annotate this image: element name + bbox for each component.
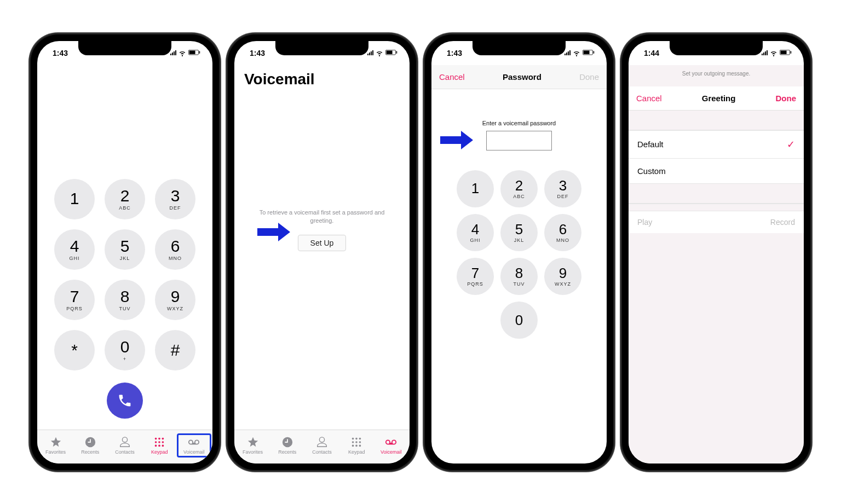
- svg-rect-2: [199, 51, 200, 54]
- svg-point-20: [359, 441, 361, 443]
- svg-point-6: [155, 441, 157, 443]
- nav-title: Greeting: [702, 94, 736, 103]
- wifi-icon: [376, 49, 383, 57]
- cancel-button[interactable]: Cancel: [636, 94, 662, 103]
- key-7[interactable]: 7PQRS: [54, 280, 95, 320]
- notch: [78, 41, 171, 55]
- key-0[interactable]: 0+: [105, 330, 145, 370]
- key-3[interactable]: 3DEF: [155, 179, 195, 219]
- svg-point-10: [158, 445, 160, 447]
- svg-point-8: [162, 441, 164, 443]
- phone-frame-1: 1:43 1 2ABC 3DEF 4GHI 5JKL 6MNO 7PQRS 8T…: [30, 33, 220, 471]
- key-8[interactable]: 8TUV: [105, 280, 145, 320]
- svg-rect-14: [396, 51, 398, 54]
- key-5[interactable]: 5JKL: [105, 229, 145, 270]
- tab-voicemail[interactable]: Voicemail: [177, 433, 211, 457]
- dial-keypad: 1 2ABC 3DEF 4GHI 5JKL 6MNO 7PQRS 8TUV 9W…: [54, 179, 195, 370]
- tab-contacts[interactable]: Contacts: [304, 436, 339, 455]
- key-4[interactable]: 4GHI: [457, 214, 494, 251]
- status-time: 1:43: [447, 49, 462, 57]
- tab-contacts[interactable]: Contacts: [107, 436, 142, 455]
- signal-icon: [170, 50, 176, 55]
- signal-icon: [564, 50, 571, 55]
- keypad-icon: [153, 436, 165, 448]
- keypad-icon: [350, 436, 362, 448]
- svg-point-11: [162, 445, 164, 447]
- nav-bar: Cancel Greeting Done: [629, 86, 804, 111]
- tab-bar: Favorites Recents Contacts Keypad Voicem…: [234, 430, 410, 464]
- status-indicators: [367, 49, 398, 57]
- key-0[interactable]: 0: [500, 302, 538, 339]
- key-9[interactable]: 9WXYZ: [155, 280, 195, 320]
- key-6[interactable]: 6MNO: [544, 214, 581, 251]
- key-2[interactable]: 2ABC: [105, 179, 145, 219]
- notch: [473, 41, 566, 55]
- svg-rect-26: [594, 51, 595, 54]
- record-button-disabled: Record: [770, 218, 795, 227]
- outgoing-message-label: Set your outgoing message.: [629, 71, 804, 77]
- key-1[interactable]: 1: [54, 179, 95, 219]
- play-button-disabled: Play: [637, 218, 652, 227]
- key-7[interactable]: 7PQRS: [457, 258, 494, 295]
- greeting-option-custom[interactable]: Custom: [629, 159, 804, 184]
- battery-icon: [385, 50, 398, 56]
- key-1[interactable]: 1: [457, 170, 494, 207]
- tab-recents[interactable]: Recents: [270, 436, 304, 455]
- svg-point-15: [352, 438, 354, 440]
- phone-frame-4: 1:44 Set your outgoing message. Cancel G…: [621, 33, 811, 471]
- person-icon: [316, 436, 328, 448]
- phone-icon: [117, 393, 133, 408]
- person-icon: [119, 436, 131, 448]
- svg-rect-29: [791, 51, 792, 54]
- tab-bar: Favorites Recents Contacts Keypad Voicem…: [37, 430, 212, 464]
- key-hash[interactable]: #: [155, 330, 195, 370]
- phone-frame-3: 1:43 Cancel Password Done Enter a voicem…: [424, 33, 614, 471]
- status-indicators: [564, 49, 595, 57]
- tab-voicemail[interactable]: Voicemail: [374, 436, 408, 455]
- key-5[interactable]: 5JKL: [500, 214, 538, 251]
- key-9[interactable]: 9WXYZ: [544, 258, 581, 295]
- voicemail-title: Voicemail: [234, 65, 410, 88]
- greeting-option-label: Default: [637, 140, 664, 149]
- cancel-button[interactable]: Cancel: [439, 72, 465, 82]
- star-icon: [50, 436, 62, 448]
- clock-icon: [281, 436, 293, 448]
- signal-icon: [367, 50, 373, 55]
- status-time: 1:44: [644, 49, 659, 57]
- greeting-option-default[interactable]: Default ✓: [629, 130, 804, 159]
- svg-point-5: [162, 438, 164, 440]
- tab-keypad[interactable]: Keypad: [142, 436, 177, 455]
- nav-title: Password: [503, 72, 542, 82]
- key-star[interactable]: *: [54, 330, 95, 370]
- tab-keypad[interactable]: Keypad: [339, 436, 374, 455]
- svg-rect-25: [584, 51, 590, 54]
- divider: [629, 204, 804, 211]
- svg-rect-13: [387, 51, 393, 54]
- status-indicators: [762, 49, 792, 57]
- key-4[interactable]: 4GHI: [54, 229, 95, 270]
- wifi-icon: [178, 49, 186, 57]
- greeting-option-label: Custom: [637, 166, 666, 176]
- svg-point-23: [359, 445, 361, 447]
- done-button[interactable]: Done: [775, 94, 796, 103]
- tab-recents[interactable]: Recents: [73, 436, 107, 455]
- key-8[interactable]: 8TUV: [500, 258, 538, 295]
- password-input[interactable]: [486, 131, 552, 150]
- key-2[interactable]: 2ABC: [500, 170, 538, 207]
- svg-point-16: [355, 438, 358, 440]
- tab-favorites[interactable]: Favorites: [38, 436, 73, 455]
- notch: [670, 41, 763, 55]
- annotation-arrow: [257, 223, 290, 241]
- svg-point-21: [352, 445, 354, 447]
- tab-favorites[interactable]: Favorites: [235, 436, 270, 455]
- call-button[interactable]: [107, 383, 143, 419]
- battery-icon: [583, 50, 595, 56]
- key-3[interactable]: 3DEF: [544, 170, 581, 207]
- svg-point-4: [158, 438, 160, 440]
- annotation-arrow: [440, 131, 473, 149]
- setup-button[interactable]: Set Up: [298, 235, 347, 251]
- svg-point-19: [355, 441, 358, 443]
- star-icon: [247, 436, 259, 448]
- battery-icon: [780, 50, 792, 56]
- key-6[interactable]: 6MNO: [155, 229, 195, 270]
